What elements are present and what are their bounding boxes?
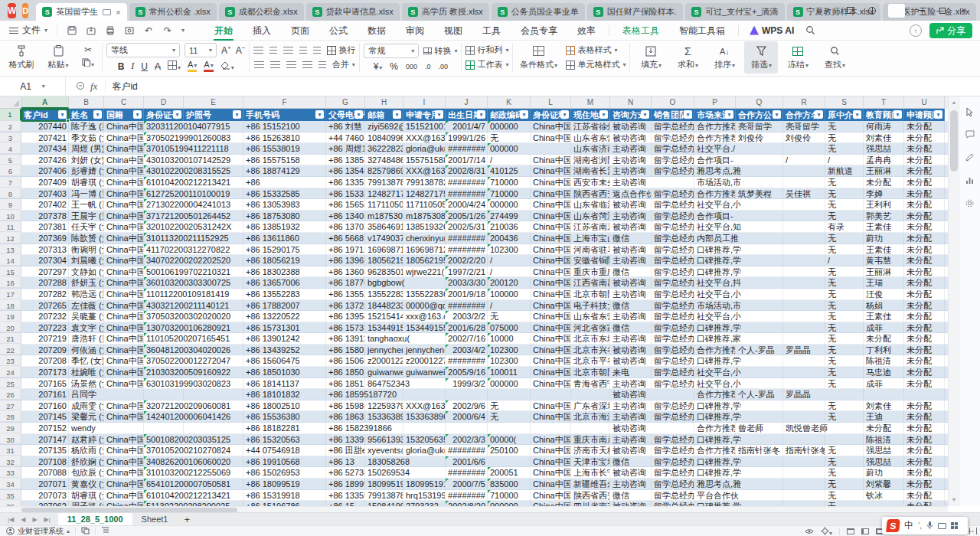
currency-button[interactable]: ¥▾ <box>374 61 383 72</box>
pointer-icon[interactable] <box>964 107 976 119</box>
cell[interactable]: 留学总经办 <box>652 255 694 266</box>
cell[interactable]: 江西省南昌 <box>571 277 610 289</box>
cell[interactable]: 2000/6/4 <box>446 411 488 423</box>
cell[interactable] <box>403 423 446 434</box>
cell[interactable]: 留学总经办 <box>652 199 694 211</box>
column-letter-L[interactable]: L <box>531 96 571 109</box>
cell[interactable]: 留学总经办 <box>652 367 694 378</box>
cell[interactable]: 152154145 <box>365 311 403 322</box>
cell[interactable]: 2005/9/16 <box>446 367 488 378</box>
column-letter-E[interactable]: E <box>184 96 243 109</box>
cell[interactable] <box>864 501 904 506</box>
column-letter-O[interactable]: O <box>652 96 694 109</box>
cell[interactable]: 山东省济南 <box>571 143 610 155</box>
cell[interactable]: China中国 <box>531 345 571 356</box>
cell[interactable] <box>736 322 783 334</box>
filter-dropdown-icon[interactable]: ▾ <box>93 110 102 119</box>
cell[interactable]: 汪俊 <box>864 289 904 300</box>
row-number[interactable]: 20 <box>0 322 21 333</box>
cell[interactable]: +86 15196786 <box>243 501 326 506</box>
eye-icon[interactable] <box>805 528 814 536</box>
cell[interactable] <box>783 367 825 378</box>
cell[interactable]: guiwanwei( <box>365 367 403 378</box>
cell[interactable]: +86 15575158 <box>243 155 326 166</box>
cell[interactable]: 留学总经办 <box>652 221 694 233</box>
align-bottom-icon[interactable] <box>283 47 293 54</box>
cell[interactable]: China中国 <box>531 277 571 289</box>
document-tab[interactable]: S常州公积金 .xlsx <box>129 3 217 21</box>
font-name-select[interactable]: 等线▾ <box>106 43 180 57</box>
cell[interactable]: 被动咨询 <box>610 501 652 506</box>
cell[interactable] <box>783 311 825 322</box>
cell[interactable]: 430321200211140121 <box>144 300 184 312</box>
cell[interactable]: China中国 <box>531 289 571 300</box>
cell[interactable] <box>783 277 825 289</box>
cell[interactable]: 10000 <box>488 333 531 345</box>
row-number[interactable]: 13 <box>0 244 21 255</box>
cell[interactable]: 未分配 <box>904 456 945 468</box>
cell[interactable]: 207173 <box>21 367 69 378</box>
system-menu[interactable]: 业财管理系统 ▴ <box>6 526 70 536</box>
cell[interactable]: China中国 <box>104 143 144 155</box>
cell[interactable]: China中国 <box>104 211 144 222</box>
cell[interactable] <box>736 456 783 468</box>
menu-item-0[interactable]: 开始 <box>204 21 243 41</box>
cell[interactable]: 罗晶晶 <box>783 389 825 400</box>
cell[interactable]: 主动咨询 <box>610 479 652 490</box>
filter-dropdown-icon[interactable]: ▾ <box>58 110 67 119</box>
cell[interactable]: 无 <box>825 143 864 155</box>
align-top-icon[interactable] <box>253 47 263 54</box>
increase-decimal-button[interactable]: .0 <box>425 63 431 70</box>
cell[interactable]: China中国 <box>531 199 571 211</box>
cell[interactable]: 无 <box>825 400 864 412</box>
bold-button[interactable]: B <box>118 61 125 72</box>
row-number[interactable]: 28 <box>0 411 21 422</box>
cell[interactable]: 陕西省西安 <box>571 490 610 502</box>
cell[interactable]: 主动咨询 <box>610 411 652 423</box>
cell[interactable]: 430103200107142529 <box>144 155 184 166</box>
cell[interactable]: 207152 <box>21 423 69 434</box>
cell[interactable]: 黄韦慧 <box>864 255 904 266</box>
cell[interactable] <box>736 277 783 289</box>
document-tab[interactable]: S成都公积金.xlsx <box>219 3 304 21</box>
cell[interactable]: 被动咨询 <box>610 345 652 356</box>
prev-sheet-icon[interactable]: ◀ <box>21 516 25 523</box>
cell[interactable] <box>783 221 825 233</box>
header-cell[interactable]: 市场来源▾ <box>694 109 736 121</box>
next-sheet-icon[interactable]: ▶ <box>32 516 37 523</box>
cell[interactable] <box>825 423 864 434</box>
cell[interactable]: +86 刘慧 137052 <box>326 121 365 132</box>
first-sheet-icon[interactable]: |◀ <box>8 516 14 523</box>
cell[interactable] <box>736 434 783 446</box>
cell[interactable]: +86 15263810 <box>243 132 326 144</box>
cell[interactable]: 留学总经办 <box>652 311 694 322</box>
cell[interactable]: 250100 <box>488 445 531 456</box>
increase-font-button[interactable]: A+ <box>221 44 231 56</box>
cell[interactable]: China中国 <box>531 322 571 334</box>
document-tab[interactable]: S英国留学生× <box>36 3 126 21</box>
cell[interactable]: ######## <box>446 490 488 502</box>
cell[interactable]: ######## <box>446 143 488 155</box>
cell[interactable]: 未分配 <box>904 199 945 211</box>
cell[interactable]: 被动咨询 <box>610 277 652 289</box>
cell[interactable]: 韩浩远 (男 <box>69 289 104 300</box>
cell[interactable]: 180995191 <box>403 479 446 490</box>
cell[interactable]: China中国 <box>104 345 144 356</box>
cell[interactable]: 2003/2/2 <box>446 311 488 322</box>
cell[interactable]: ######## <box>446 244 488 256</box>
cell[interactable] <box>403 389 446 400</box>
cell[interactable]: / <box>488 266 531 278</box>
cell[interactable]: 799138782 <box>403 177 446 188</box>
cell[interactable]: 吕同学 <box>69 389 104 400</box>
cell[interactable]: 未分配 <box>904 445 945 456</box>
cell[interactable]: 未分配 <box>904 423 945 434</box>
cell[interactable]: 710000 <box>488 188 531 200</box>
cell[interactable]: 文静如 (女 <box>69 266 104 278</box>
cell[interactable]: 799138782 <box>365 490 403 502</box>
justify-icon[interactable] <box>302 61 312 68</box>
cell[interactable]: 无 <box>825 411 864 423</box>
vertical-scroll-thumb[interactable] <box>950 110 958 172</box>
cell[interactable]: +86 18099519 <box>243 479 326 490</box>
cell[interactable]: 安徽省铜陵 <box>571 255 610 266</box>
cell[interactable]: +86 18182281 <box>243 423 326 434</box>
